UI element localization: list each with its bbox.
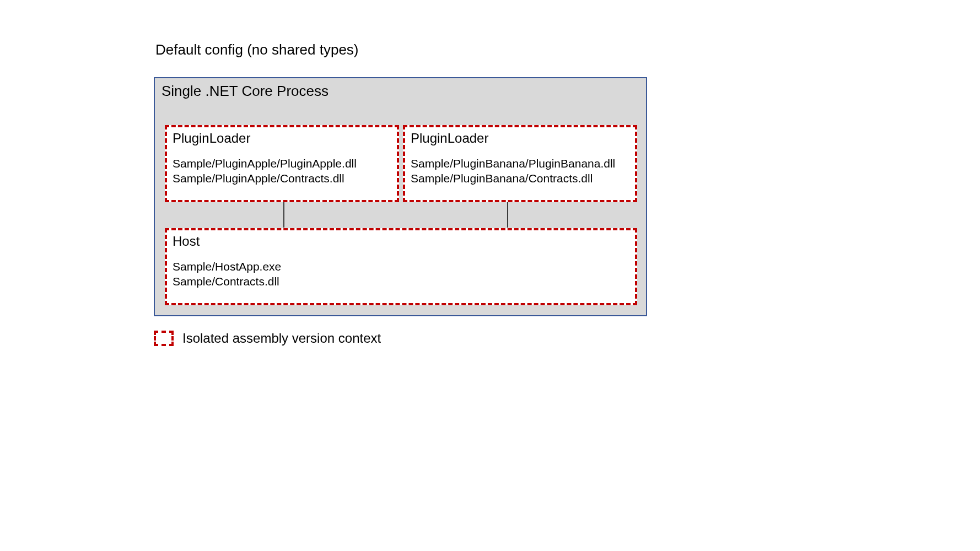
plugin-apple-dll-line: Sample/PluginApple/PluginApple.dll (173, 156, 391, 171)
plugin-apple-contracts-line: Sample/PluginApple/Contracts.dll (173, 171, 391, 186)
host-content: Sample/HostApp.exe Sample/Contracts.dll (167, 249, 635, 289)
process-title: Single .NET Core Process (161, 83, 329, 100)
plugin-loader-banana-content: Sample/PluginBanana/PluginBanana.dll Sam… (405, 146, 635, 186)
legend-swatch-icon (154, 331, 174, 346)
host-box: Host Sample/HostApp.exe Sample/Contracts… (165, 228, 637, 305)
plugin-loader-apple-box: PluginLoader Sample/PluginApple/PluginAp… (165, 125, 399, 202)
diagram-title: Default config (no shared types) (155, 41, 359, 58)
host-contracts-line: Sample/Contracts.dll (173, 274, 629, 289)
plugin-loader-apple-title: PluginLoader (167, 127, 397, 146)
legend: Isolated assembly version context (154, 331, 381, 346)
plugin-loader-apple-content: Sample/PluginApple/PluginApple.dll Sampl… (167, 146, 397, 186)
plugin-banana-dll-line: Sample/PluginBanana/PluginBanana.dll (411, 156, 629, 171)
plugin-loader-banana-title: PluginLoader (405, 127, 635, 146)
host-exe-line: Sample/HostApp.exe (173, 259, 629, 274)
host-title: Host (167, 230, 635, 249)
connector-apple-to-host (283, 202, 284, 228)
plugin-banana-contracts-line: Sample/PluginBanana/Contracts.dll (411, 171, 629, 186)
process-box: Single .NET Core Process PluginLoader Sa… (154, 77, 647, 316)
legend-label: Isolated assembly version context (182, 331, 381, 346)
connector-banana-to-host (507, 202, 508, 228)
plugin-loader-banana-box: PluginLoader Sample/PluginBanana/PluginB… (403, 125, 637, 202)
